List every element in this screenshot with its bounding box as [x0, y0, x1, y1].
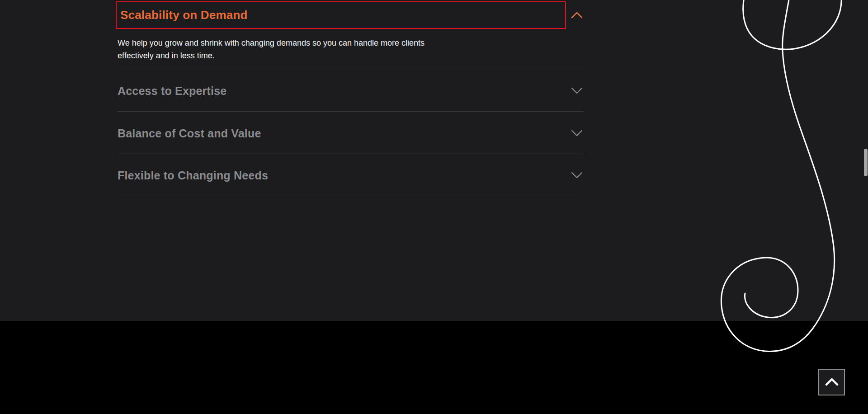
- chevron-up-icon[interactable]: [571, 11, 583, 19]
- divider: [117, 196, 584, 196]
- scroll-to-top-button[interactable]: [818, 369, 845, 395]
- accordion-item-flexible[interactable]: Flexible to Changing Needs: [117, 154, 584, 196]
- accordion-title[interactable]: Access to Expertise: [118, 84, 226, 98]
- body-line: effectively and in less time.: [118, 49, 425, 62]
- benefits-accordion: Scalability on Demand We help you grow a…: [117, 0, 584, 199]
- accordion-item-cost-value[interactable]: Balance of Cost and Value: [117, 112, 584, 154]
- chevron-down-icon[interactable]: [571, 87, 583, 94]
- active-item-highlight-box: Scalability on Demand: [116, 1, 566, 29]
- chevron-down-icon[interactable]: [571, 172, 583, 179]
- accordion-body-text: We help you grow and shrink with changin…: [118, 37, 425, 62]
- scrollbar-thumb[interactable]: [864, 149, 868, 176]
- body-line: We help you grow and shrink with changin…: [118, 37, 425, 49]
- accordion-item-scalability[interactable]: Scalability on Demand We help you grow a…: [117, 0, 584, 69]
- accordion-title[interactable]: Flexible to Changing Needs: [118, 169, 268, 182]
- chevron-up-icon: [825, 377, 839, 388]
- chevron-down-icon[interactable]: [571, 130, 583, 137]
- footer-band: [0, 321, 868, 414]
- accordion-item-expertise[interactable]: Access to Expertise: [117, 69, 584, 111]
- accordion-title[interactable]: Balance of Cost and Value: [118, 127, 261, 140]
- accordion-title[interactable]: Scalability on Demand: [120, 8, 248, 22]
